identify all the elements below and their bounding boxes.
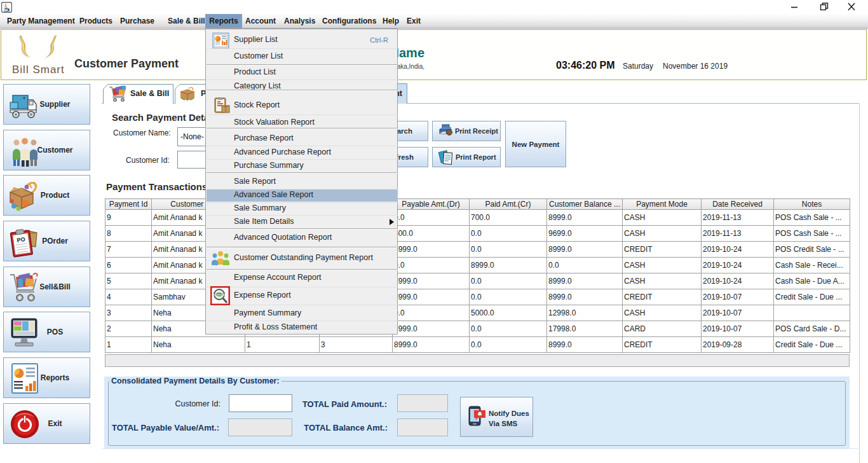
- svg-text:EXPENSE: EXPENSE: [214, 293, 226, 296]
- svg-text:PO: PO: [17, 236, 25, 244]
